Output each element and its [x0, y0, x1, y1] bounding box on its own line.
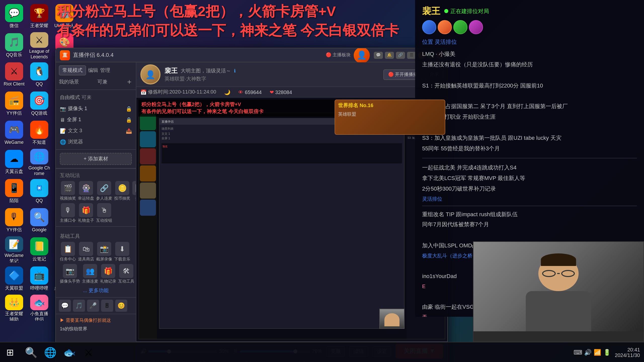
webcam-large [473, 241, 644, 342]
desktop-icon-wangzhe[interactable]: 👑王者荣耀辅助 [2, 294, 26, 322]
music-icon-btn[interactable]: 🎵 [73, 300, 85, 312]
tool-pk[interactable]: 📊 播控 [132, 181, 136, 201]
desktop-icon-google[interactable]: 🔍Google [27, 206, 51, 234]
tool-task[interactable]: 📋 任务中心 [60, 242, 76, 262]
chat-icon[interactable]: 💬 [374, 52, 383, 59]
scene-browser[interactable]: 🌐浏览器 [56, 136, 136, 147]
desktop-icon-wegame2[interactable]: 📝WeGame笔记 [2, 235, 26, 263]
desktop-icon-wegame[interactable]: 🎮WeGame [2, 119, 26, 147]
desktop-icon-yun[interactable]: 📒云笔记 [27, 235, 51, 263]
tool-join-link[interactable]: 🔗 参人连麦 [96, 181, 112, 201]
chrome-label: Google Chrome [28, 166, 50, 175]
content-s3: S3：加入皇族成为皇族第一批队员 跟UZI tabe lucky 天灾 [422, 133, 637, 143]
top-banner: 积分粉立马上号（包赢2把），火箭卡房管+V 有条件的兄弟们可以送一下，神来之笔 … [53, 0, 413, 42]
location-rank-link[interactable]: 位置 灵活排位 [422, 38, 637, 46]
mic-icon-btn[interactable]: 🎤 [87, 300, 99, 312]
bell-icon[interactable]: 🔔 [385, 52, 394, 59]
desktop-icon-bili[interactable]: 📺哔哩哔哩 [27, 264, 51, 293]
equalizer-icon-btn[interactable]: 🎚 [101, 300, 113, 312]
person-glasses [542, 270, 575, 277]
stat-moon: 🌙 [224, 89, 230, 95]
chat-icon-btn[interactable]: 💬 [59, 300, 71, 312]
desktop-icon-wechat[interactable]: 💬微信 [2, 2, 26, 30]
taskbar-keyboard-icon[interactable]: ⌨ [574, 349, 582, 356]
gift-box-label: 礼物盒子 [78, 218, 94, 223]
desktop-icon-wangzhe2[interactable]: 🏆王者荣耀 [27, 2, 51, 30]
tool-interactive-btn[interactable]: 🖱 互动按钮 [96, 203, 112, 223]
mode-selector[interactable]: 常规模式 [59, 65, 86, 75]
tool-download-music[interactable]: ⬇ 下载音乐 [114, 242, 130, 262]
taskbar-lol[interactable]: ⚔ [79, 343, 98, 361]
add-material-btn[interactable]: + 添加素材 [60, 153, 132, 165]
taskbar-chrome[interactable]: 🌐 [41, 343, 59, 361]
mini-person-head [384, 313, 399, 326]
stream-preview: 世界排名 No.16 英雄联盟 积分粉立马上号（包赢2把），火箭卡房管+V 有条… [136, 98, 447, 341]
tool-screenshot[interactable]: 📸 截屏录像 [96, 242, 112, 262]
qq2-icon: 🎯 [30, 91, 48, 109]
taskbar-volume-icon[interactable]: 🔊 [584, 349, 592, 356]
desktop-icon-tianyi[interactable]: ☁天翼云盘 [2, 148, 26, 176]
tool-video-lottery[interactable]: 🎬 视频抽奖 [60, 181, 76, 201]
tool-lottery[interactable]: 🪙 投币抽奖 [114, 181, 130, 201]
tool-lucky-wheel[interactable]: 🎡 幸运转盘 [78, 181, 94, 201]
taskbar-douyu[interactable]: 🐟 [60, 343, 78, 361]
tool-gift-record[interactable]: 🎁 礼物记录 [100, 264, 116, 284]
rank-card-overlay: 世界排名 No.16 英雄联盟 [335, 100, 445, 135]
desktop-icon-riot[interactable]: ⚔Riot Client [2, 60, 26, 88]
avatar-4 [469, 20, 483, 34]
desktop-icon-chrome[interactable]: 🌐Google Chrome [27, 148, 51, 176]
tool-host-guest[interactable]: 👥 主播连麦 [82, 264, 98, 284]
desktop-icon-lol[interactable]: ⚔League of Legends [27, 31, 51, 59]
right-panel-title: 裴王 [422, 5, 440, 17]
content-record: 2分50秒300刀破世界补刀记录 [422, 183, 637, 194]
mini-icon-6 [140, 200, 156, 216]
desktop-icon-qq3[interactable]: 💠QQ [27, 177, 51, 205]
manage-btn[interactable]: 管理 [100, 67, 110, 74]
momo-label: 陌陌 [10, 198, 19, 203]
free-mode-item[interactable]: 自由模式 可来 [56, 92, 136, 103]
desktop-icon-yyfm[interactable]: 📻YY伴侣 [2, 89, 26, 118]
stat-date: 📅 修炼时间:2020-11/30-11:24:00 [140, 88, 216, 96]
qqc-label: QQ [36, 81, 43, 87]
desktop-icon-xiaoyu[interactable]: 🐟小鱼直播伴侣 [27, 294, 51, 322]
wegame-label: WeGame [5, 140, 24, 145]
desktop-icon-tuijian[interactable]: 🔥不知道 [27, 119, 51, 147]
scene-fullscreen[interactable]: 🖥全屏 1 🔒 [56, 114, 136, 125]
desktop-icon-yyfm2[interactable]: 🎙YY伴侣 [2, 206, 26, 234]
stream-main-area: 👤 裴王 大明主图，顶级灵活～ ℹ 英雄联盟·大神数字 🔴 开开播播播 分享 [136, 62, 447, 362]
taskbar-battery-icon[interactable]: 🔋 [603, 349, 611, 356]
content-retired: 主播还没有退役（只是没队伍要）惨痛的经历 [422, 59, 637, 70]
scene-cam1[interactable]: 📷摄像头 1 🔒 [56, 103, 136, 114]
edit-btn[interactable]: 编辑 [88, 67, 98, 74]
taskbar-right: ⌨ 🔊 📶 🔋 20:41 2024/11/30 [570, 347, 644, 358]
online-status: 正在建排位对局 [444, 7, 489, 15]
interactive-tools-grid: 🎬 视频抽奖 🎡 幸运转盘 🔗 参人连麦 🪙 [60, 181, 132, 201]
share-icon[interactable]: 🔗 [396, 52, 405, 59]
content-s3b: 55同年 55曾经是我的替补3个月 [422, 143, 637, 154]
scene-text2[interactable]: 📝文文 3 📤 [56, 125, 136, 136]
start-button[interactable]: ⊞ [0, 342, 20, 362]
tool-host-speech[interactable]: 🎙 主播口令 [60, 203, 76, 223]
content-tip: 重组改名 TIP 跟impact rush组成新队伍 [422, 209, 637, 219]
flex-rank-link[interactable]: 灵活排位 [422, 195, 637, 202]
more-functions-btn[interactable]: ... 更多功能 [60, 287, 132, 294]
desktop-icon-qqmusic[interactable]: 🎵QQ音乐 [2, 31, 26, 59]
desktop-icon-qqc[interactable]: 🐧QQ [27, 60, 51, 88]
emoji-icon-btn[interactable]: 😊 [115, 300, 127, 312]
tool-scene-store[interactable]: 🛍 道具商店 [78, 242, 94, 262]
wegame-icon: 🎮 [5, 120, 23, 139]
desktop-icon-tianyi2[interactable]: 🔷天翼联盟 [2, 264, 26, 293]
menu-icon[interactable]: ☰ [407, 52, 416, 59]
tool-gift-box[interactable]: 🎁 礼物盒子 [78, 203, 94, 223]
desktop-icon-momo[interactable]: 📱陌陌 [2, 177, 26, 205]
tool-camera[interactable]: 📷 摄像头手势 [60, 264, 80, 284]
taskbar-network-icon[interactable]: 📶 [594, 349, 601, 356]
add-scene-btn[interactable]: ＋ [126, 77, 133, 86]
tool-interactive-tools2[interactable]: 🛠 互动工具 [118, 264, 134, 284]
join-link-label: 参人连麦 [96, 196, 112, 201]
online-dot [444, 9, 448, 13]
desktop-icon-qq2[interactable]: 🎯QQ游戏 [27, 89, 51, 118]
yyfm-label: YY伴侣 [7, 110, 22, 116]
interactive-tools2-icon: 🛠 [119, 264, 133, 278]
taskbar-search[interactable]: 🔍 [22, 343, 40, 361]
